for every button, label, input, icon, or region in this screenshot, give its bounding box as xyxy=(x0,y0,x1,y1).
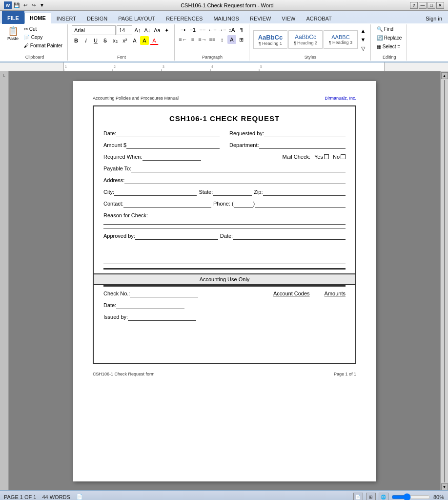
help-btn[interactable]: ? xyxy=(410,2,418,9)
decrease-indent-btn[interactable]: ←≡ xyxy=(208,25,217,34)
paste-icon: 📋 xyxy=(8,27,19,36)
strikethrough-btn[interactable]: S̶ xyxy=(101,36,110,45)
form-row-8: Reason for Check: xyxy=(103,212,346,219)
yes-checkbox-label: Yes xyxy=(314,154,329,160)
bullets-btn[interactable]: ≡• xyxy=(179,25,187,34)
tab-view[interactable]: VIEW xyxy=(276,13,301,23)
highlight-btn[interactable]: A xyxy=(140,36,149,45)
tab-review[interactable]: REVIEW xyxy=(244,13,276,23)
text-effect-btn[interactable]: A xyxy=(130,36,139,45)
tab-insert[interactable]: INSERT xyxy=(51,13,81,23)
sort-btn[interactable]: ↕A xyxy=(227,25,236,34)
reason-line-3 xyxy=(103,229,346,229)
account-codes-label: Account Codes xyxy=(273,291,310,296)
scroll-thumb[interactable] xyxy=(444,80,445,482)
no-checkbox[interactable] xyxy=(341,154,346,159)
tab-mailings[interactable]: MAILINGS xyxy=(208,13,244,23)
date3-underline xyxy=(116,302,184,309)
styles-scroll-down[interactable]: ▼ xyxy=(359,35,367,44)
web-layout-btn[interactable]: 🌐 xyxy=(379,493,388,500)
tab-acrobat[interactable]: ACROBAT xyxy=(301,13,337,23)
clipboard-label: Clipboard xyxy=(5,54,64,60)
copy-button[interactable]: 📄 Copy xyxy=(22,34,64,41)
align-center-btn[interactable]: ≡ xyxy=(188,35,197,44)
phone-label: Phone: ( xyxy=(213,201,234,207)
italic-btn[interactable]: I xyxy=(81,36,90,45)
justify-btn[interactable]: ≡≡ xyxy=(208,35,217,44)
ribbon: FILE HOME INSERT DESIGN PAGE LAYOUT REFE… xyxy=(0,11,448,62)
find-button[interactable]: 🔍 Find xyxy=(375,25,395,33)
cut-button[interactable]: ✂ Cut xyxy=(22,25,64,33)
yes-checkbox[interactable] xyxy=(324,154,329,159)
align-left-btn[interactable]: ≡← xyxy=(179,35,187,44)
format-painter-button[interactable]: 🖌 Format Painter xyxy=(22,42,64,49)
select-button[interactable]: ▦ Select = xyxy=(375,43,402,50)
subscript-btn[interactable]: x₂ xyxy=(111,36,120,45)
signature-area xyxy=(103,245,346,264)
zip-underline xyxy=(263,189,346,196)
document-area[interactable]: Accounting Policies and Procedures Manua… xyxy=(9,71,440,490)
increase-indent-btn[interactable]: →≡ xyxy=(218,25,226,34)
word-count: 44 WORDS xyxy=(42,494,70,500)
styles-scroll-up[interactable]: ▲ xyxy=(359,26,367,35)
underline-btn[interactable]: U xyxy=(91,36,100,45)
font-color-btn[interactable]: A xyxy=(150,36,159,45)
zoom-slider[interactable] xyxy=(391,494,430,500)
date2-label: Date: xyxy=(220,233,233,239)
close-btn[interactable]: ✕ xyxy=(436,2,444,9)
multilevel-btn[interactable]: ≡≡ xyxy=(198,25,207,34)
payable-to-underline xyxy=(131,166,346,172)
footer-right: Page 1 of 1 xyxy=(334,372,356,376)
tab-references[interactable]: REFERENCES xyxy=(161,13,208,23)
bold-btn[interactable]: B xyxy=(72,36,81,45)
grow-font-btn[interactable]: A↑ xyxy=(133,26,142,35)
sign-in-btn[interactable]: Sign in xyxy=(422,14,446,23)
numbering-btn[interactable]: ≡1 xyxy=(188,25,197,34)
paste-button[interactable]: 📋 Paste xyxy=(5,25,21,42)
font-name-input[interactable] xyxy=(72,25,116,35)
status-right: 📄 ⊞ 🌐 80% xyxy=(353,493,444,500)
show-marks-btn[interactable]: ¶ xyxy=(237,25,246,34)
group-clipboard: 📋 Paste ✂ Cut 📄 Copy 🖌 Format Painter Cl… xyxy=(2,24,68,61)
scroll-up-btn[interactable]: ▲ xyxy=(441,72,448,79)
scrollbar-right[interactable]: ▲ ▼ xyxy=(440,71,448,490)
tab-page-layout[interactable]: PAGE LAYOUT xyxy=(113,13,161,23)
form-title: CSH106-1 CHECK REQUEST xyxy=(103,114,346,123)
header-left: Accounting Policies and Procedures Manua… xyxy=(93,96,179,101)
form-row-9: Approved by: Date: xyxy=(103,233,346,240)
print-layout-btn[interactable]: 📄 xyxy=(353,493,363,500)
style-heading2[interactable]: AaBbCc ¶ Heading 2 xyxy=(288,30,323,49)
reason-line-2 xyxy=(103,224,346,225)
approved-by-label: Approved by: xyxy=(103,233,135,239)
status-bar: PAGE 1 OF 1 44 WORDS 📄 📄 ⊞ 🌐 80% xyxy=(0,490,448,500)
borders-btn[interactable]: ⊞ xyxy=(237,35,246,44)
align-right-btn[interactable]: ≡→ xyxy=(198,35,207,44)
contact-underline xyxy=(123,201,211,208)
tab-home[interactable]: HOME xyxy=(24,13,51,23)
full-screen-btn[interactable]: ⊞ xyxy=(366,493,376,500)
form-row-1: Date: Requested by: xyxy=(103,130,346,137)
maximize-btn[interactable]: □ xyxy=(428,2,435,9)
language-icon: 📄 xyxy=(76,494,83,500)
tab-design[interactable]: DESIGN xyxy=(81,13,113,23)
change-case-btn[interactable]: Aa xyxy=(153,26,162,35)
shading-btn[interactable]: A xyxy=(227,35,236,44)
font-size-input[interactable] xyxy=(117,25,132,35)
minimize-btn[interactable]: — xyxy=(419,2,427,9)
scroll-down-btn[interactable]: ▼ xyxy=(441,483,448,490)
replace-button[interactable]: 🔄 Replace xyxy=(375,34,404,42)
shrink-font-btn[interactable]: A↓ xyxy=(143,26,152,35)
zoom-level: 80% xyxy=(433,494,444,500)
style-heading3[interactable]: AABBC ¶ Heading 3 xyxy=(324,30,358,49)
reason-underline xyxy=(148,212,346,219)
style-heading1[interactable]: AaBbCc ¶ Heading 1 xyxy=(253,30,287,49)
address-label: Address: xyxy=(103,177,124,183)
clear-format-btn[interactable]: ✦ xyxy=(163,26,171,35)
form-row-6: City: State: Zip: xyxy=(103,189,346,196)
styles-expand[interactable]: ▽ xyxy=(359,44,367,53)
accounting-section: Accounting Use Only xyxy=(94,273,355,285)
city-label: City: xyxy=(103,189,114,195)
line-spacing-btn[interactable]: ↕ xyxy=(218,35,226,44)
superscript-btn[interactable]: x² xyxy=(121,36,129,45)
tab-file[interactable]: FILE xyxy=(2,11,24,24)
